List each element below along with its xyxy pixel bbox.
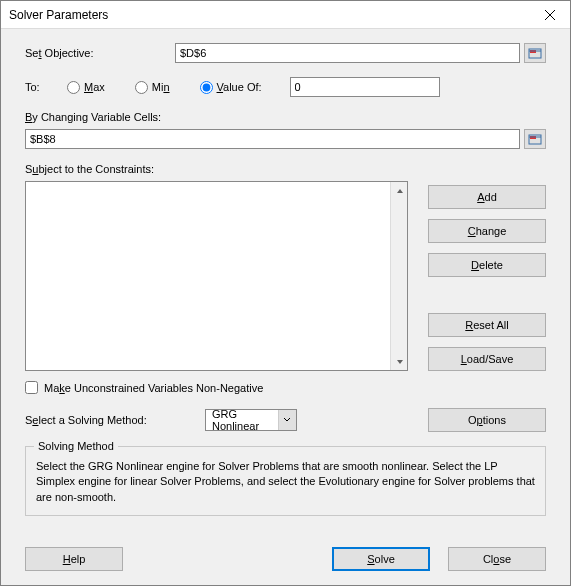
reset-all-button[interactable]: Reset All xyxy=(428,313,546,337)
solving-method-select[interactable]: GRG Nonlinear xyxy=(205,409,297,431)
constraints-listbox[interactable] xyxy=(25,181,408,371)
make-unconstrained-checkbox[interactable] xyxy=(25,381,38,394)
window-close-button[interactable] xyxy=(530,1,570,29)
help-button[interactable]: Help xyxy=(25,547,123,571)
to-label: To: xyxy=(25,81,67,93)
svg-marker-8 xyxy=(397,189,403,193)
radio-max[interactable]: Max xyxy=(67,81,105,94)
radio-max-label: Max xyxy=(84,81,105,93)
options-button[interactable]: Options xyxy=(428,408,546,432)
solving-method-heading: Solving Method xyxy=(34,439,118,454)
delete-button[interactable]: Delete xyxy=(428,253,546,277)
constraints-buttons: Add Change Delete Reset All Load/Save xyxy=(428,181,546,371)
chevron-up-icon xyxy=(396,187,404,195)
chevron-down-icon xyxy=(283,416,291,424)
make-unconstrained-label: Make Unconstrained Variables Non-Negativ… xyxy=(44,382,263,394)
radio-value-of-label: Value Of: xyxy=(217,81,262,93)
objective-range-picker-button[interactable] xyxy=(524,43,546,63)
chevron-down-icon xyxy=(396,358,404,366)
radio-min[interactable]: Min xyxy=(135,81,170,94)
radio-value-of[interactable]: Value Of: xyxy=(200,81,262,94)
solver-parameters-dialog: Solver Parameters Set Objective: To: xyxy=(0,0,571,586)
range-picker-icon xyxy=(528,132,542,146)
dialog-body: Set Objective: To: Max Min xyxy=(1,29,570,585)
titlebar: Solver Parameters xyxy=(1,1,570,29)
objective-input[interactable] xyxy=(175,43,520,63)
radio-value-of-input[interactable] xyxy=(200,81,213,94)
changing-cells-input[interactable] xyxy=(25,129,520,149)
load-save-button[interactable]: Load/Save xyxy=(428,347,546,371)
constraints-label: Subject to the Constraints: xyxy=(25,163,154,175)
changing-cells-range-picker-button[interactable] xyxy=(524,129,546,149)
scroll-down-button[interactable] xyxy=(391,353,408,370)
solving-method-groupbox: Solving Method Select the GRG Nonlinear … xyxy=(25,446,546,516)
add-button[interactable]: Add xyxy=(428,185,546,209)
radio-max-input[interactable] xyxy=(67,81,80,94)
solving-method-label: Select a Solving Method: xyxy=(25,414,185,426)
set-objective-label: Set Objective: xyxy=(25,47,175,59)
constraints-scrollbar[interactable] xyxy=(390,182,407,370)
scroll-up-button[interactable] xyxy=(391,182,408,199)
change-button[interactable]: Change xyxy=(428,219,546,243)
close-button[interactable]: Close xyxy=(448,547,546,571)
solving-method-description: Select the GRG Nonlinear engine for Solv… xyxy=(36,459,535,505)
radio-min-label: Min xyxy=(152,81,170,93)
select-caret xyxy=(278,410,296,430)
svg-marker-9 xyxy=(397,360,403,364)
range-picker-icon xyxy=(528,46,542,60)
solve-button[interactable]: Solve xyxy=(332,547,430,571)
dialog-footer: Help Solve Close xyxy=(25,547,546,571)
window-title: Solver Parameters xyxy=(9,8,530,22)
changing-cells-label: By Changing Variable Cells: xyxy=(25,111,161,123)
radio-min-input[interactable] xyxy=(135,81,148,94)
value-of-input[interactable] xyxy=(290,77,440,97)
close-icon xyxy=(545,10,555,20)
